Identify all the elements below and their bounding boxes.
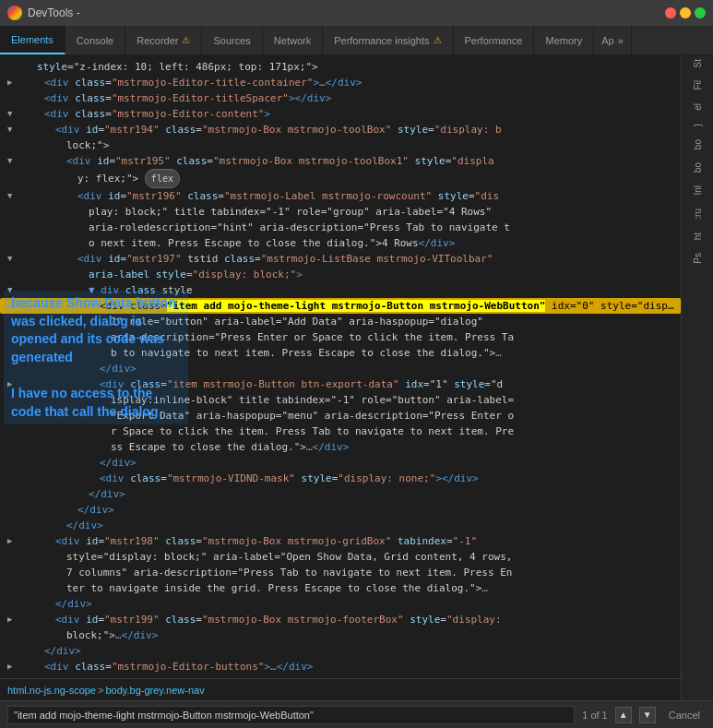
html-line[interactable]: <div id="mstr196" class="mstrmojo-Label … — [0, 188, 681, 204]
line-content: <div class="mstrmojo-VIDND-mask" style="… — [100, 471, 677, 486]
line-content: <div id="mstr194" class="mstrmojo-Box ms… — [55, 122, 677, 137]
tab-memory-label: Memory — [545, 35, 582, 46]
expand-arrow[interactable] — [7, 659, 18, 674]
sidebar-label-ru[interactable]: :ru — [693, 209, 703, 220]
maximize-button[interactable] — [695, 7, 706, 18]
html-line[interactable]: </div> — [0, 518, 681, 533]
sidebar-label-fil[interactable]: Fil — [693, 80, 703, 90]
expand-arrow[interactable] — [7, 533, 18, 549]
expand-arrow[interactable] — [7, 122, 18, 137]
tab-performance[interactable]: Performance — [454, 26, 535, 54]
tab-performance-insights[interactable]: Performance insights ⚠ — [323, 26, 453, 54]
line-content: "Export Data" aria-haspopup="menu" aria-… — [111, 408, 677, 424]
html-line[interactable]: aria-roledescription="hint" aria-descrip… — [0, 220, 681, 235]
flex-badge[interactable]: flex — [145, 169, 180, 188]
search-prev-button[interactable]: ▲ — [615, 707, 632, 723]
line-content: ter to navigate inside the grid. Press E… — [66, 580, 677, 596]
html-line[interactable]: ter to navigate inside the grid. Press E… — [0, 580, 681, 596]
sidebar-label-brace[interactable]: } — [693, 124, 703, 126]
html-line[interactable]: </div> — [0, 486, 681, 502]
expand-arrow[interactable] — [7, 612, 18, 627]
tab-more[interactable]: Ap » — [594, 26, 632, 54]
html-panel[interactable]: because Show Data button was clicked, di… — [0, 55, 681, 678]
html-line[interactable]: <div class="mstrmojo-Editor-title-contai… — [0, 75, 681, 90]
tab-memory[interactable]: Memory — [534, 26, 594, 54]
main-area: because Show Data button was clicked, di… — [0, 55, 713, 700]
line-content: </div> — [77, 502, 677, 518]
sidebar-label-bo2[interactable]: bo — [693, 162, 703, 173]
line-content: lock;"> — [66, 137, 677, 153]
performance-insights-warning-icon: ⚠ — [434, 35, 442, 45]
line-content: style="display: block;" aria-label="Open… — [66, 549, 677, 565]
expand-arrow[interactable] — [7, 188, 18, 204]
annotation-line7: code that call the dialog — [11, 404, 158, 419]
search-input[interactable] — [7, 706, 575, 724]
html-line[interactable]: <div id="mstr198" class="mstrmojo-Box ms… — [0, 533, 681, 549]
tab-network-label: Network — [274, 35, 311, 46]
html-line[interactable]: style="display: block;" aria-label="Open… — [0, 549, 681, 565]
line-content: <div id="mstr198" class="mstrmojo-Box ms… — [55, 533, 677, 549]
breadcrumb-item-body[interactable]: body.bg-grey.new-nav — [105, 685, 204, 696]
html-line[interactable]: <div id="mstr197" tstid class="mstrmojo-… — [0, 251, 681, 267]
sidebar-label-ps[interactable]: Ps — [693, 253, 703, 264]
html-line[interactable]: lock;"> — [0, 137, 681, 153]
line-content: <div class="mstrmojo-Editor-title-contai… — [44, 75, 677, 90]
html-line[interactable]: <div id="mstr195" class="mstrmojo-Box ms… — [0, 153, 681, 169]
expand-arrow[interactable] — [7, 75, 18, 90]
sidebar-label-el[interactable]: el — [693, 103, 703, 111]
html-line[interactable]: 7 columns" aria-description="Press Tab t… — [0, 565, 681, 580]
search-count: 1 of 1 — [582, 710, 608, 721]
html-line[interactable]: <div class="mstrmojo-VIDND-mask" style="… — [0, 471, 681, 486]
window-controls — [665, 7, 706, 18]
right-sidebar: St Fil el } bo bo Inl :ru ht Ps — [681, 55, 713, 700]
sidebar-label-st[interactable]: St — [693, 59, 703, 67]
tab-elements[interactable]: Elements — [0, 26, 65, 54]
html-line[interactable]: </div> — [0, 643, 681, 659]
tab-bar: Elements Console Recorder ⚠ Sources Netw… — [0, 26, 713, 55]
html-line[interactable]: <div class="mstrmojo-Editor-titleSpacer"… — [0, 90, 681, 106]
html-line[interactable]: <div id="mstr199" class="mstrmojo-Box ms… — [0, 612, 681, 627]
search-cancel-button[interactable]: Cancel — [663, 708, 706, 722]
line-content: aria-description="Press Enter or Space t… — [111, 329, 677, 345]
tab-network[interactable]: Network — [263, 26, 323, 54]
breadcrumb-item-html[interactable]: html.no-js.ng-scope — [7, 685, 96, 696]
expand-arrow[interactable] — [7, 106, 18, 122]
html-line[interactable]: <div id="mstr194" class="mstrmojo-Box ms… — [0, 122, 681, 137]
tab-elements-label: Elements — [11, 34, 53, 45]
html-line[interactable]: </div> — [0, 596, 681, 612]
tab-sources-label: Sources — [213, 35, 250, 46]
html-line[interactable]: r Space to click the item. Press Tab to … — [0, 424, 681, 439]
expand-arrow[interactable] — [7, 153, 18, 169]
line-content: play: block;" title tabindex="-1" role="… — [89, 204, 677, 220]
sidebar-label-bo1[interactable]: bo — [693, 139, 703, 149]
html-line[interactable]: <div class="mstrmojo-Editor-buttons">…</… — [0, 659, 681, 674]
tab-sources[interactable]: Sources — [202, 26, 262, 54]
sidebar-label-inl[interactable]: Inl — [693, 185, 703, 196]
close-button[interactable] — [665, 7, 676, 18]
tab-recorder[interactable]: Recorder ⚠ — [125, 26, 202, 54]
html-line[interactable]: o next item. Press Escape to close the d… — [0, 235, 681, 251]
html-line[interactable]: style="z-index: 10; left: 486px; top: 17… — [0, 59, 681, 75]
tab-console[interactable]: Console — [65, 26, 125, 54]
line-content: <div id="mstr195" class="mstrmojo-Box ms… — [66, 153, 677, 169]
html-line[interactable]: </div> — [0, 502, 681, 518]
line-content: ss Escape to close the dialog.">…</div> — [111, 439, 677, 455]
expand-arrow[interactable] — [7, 251, 18, 267]
annotation-line1: because Show Data button — [11, 295, 176, 310]
line-content: </div> — [89, 486, 677, 502]
breadcrumb-separator: > — [98, 685, 103, 696]
html-line[interactable]: aria-label style="display: block;"> — [0, 267, 681, 282]
html-line[interactable]: play: block;" title tabindex="-1" role="… — [0, 204, 681, 220]
html-line[interactable]: ss Escape to close the dialog.">…</div> — [0, 439, 681, 455]
html-line[interactable]: </div> — [0, 455, 681, 471]
html-line[interactable]: block;">…</div> — [0, 627, 681, 643]
annotation-box: because Show Data button was clicked, di… — [4, 291, 188, 424]
html-line[interactable]: y: flex;"> flex — [0, 169, 681, 188]
minimize-button[interactable] — [680, 7, 691, 18]
recorder-warning-icon: ⚠ — [182, 35, 190, 45]
search-next-button[interactable]: ▼ — [639, 707, 656, 723]
annotation-line2: was clicked, dialog is — [11, 314, 142, 328]
sidebar-label-ht[interactable]: ht — [693, 233, 703, 240]
html-line[interactable]: <div class="mstrmojo-Editor-content"> — [0, 106, 681, 122]
line-content: </div> — [44, 643, 677, 659]
